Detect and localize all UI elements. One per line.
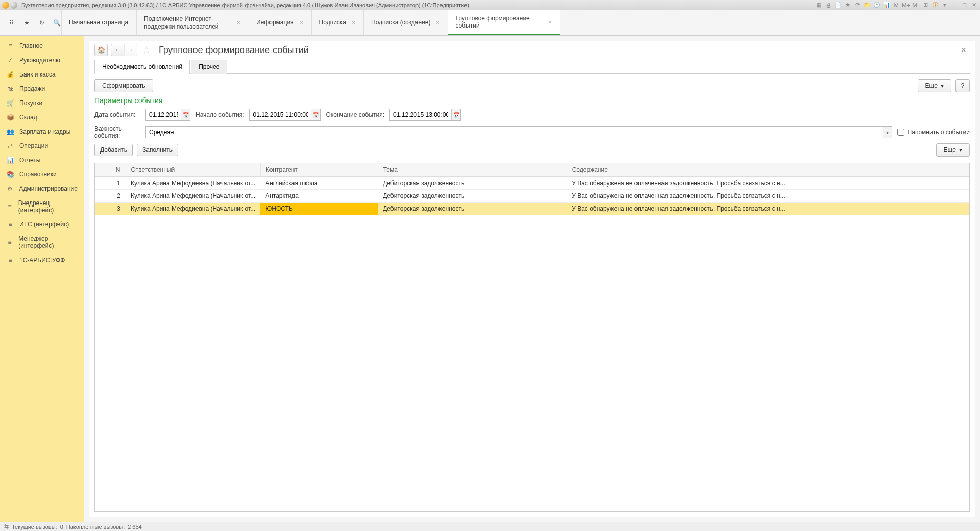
tab-close-icon[interactable]: ✕ — [548, 19, 552, 25]
end-field[interactable]: 📅 — [389, 109, 461, 121]
tb-icon-7[interactable]: 🕑 — [873, 1, 881, 9]
sidebar-item[interactable]: ≡Главное — [0, 39, 84, 53]
dropdown-icon[interactable] — [10, 2, 17, 9]
table-cell[interactable]: Английская школа — [260, 177, 378, 190]
end-input[interactable] — [390, 109, 451, 120]
start-field[interactable]: 📅 — [249, 109, 321, 121]
sidebar-item[interactable]: 👥Зарплата и кадры — [0, 124, 84, 139]
tb-icon-4[interactable]: ★ — [844, 1, 852, 9]
col-topic-header[interactable]: Тема — [378, 163, 567, 177]
maximize-icon[interactable]: ◻ — [960, 1, 968, 9]
table-cell[interactable]: У Вас обнаружена не оплаченная задолженн… — [567, 177, 969, 190]
help-button[interactable]: ? — [955, 79, 970, 92]
sidebar-item[interactable]: ≡1С-АРБИС:УФФ — [0, 253, 84, 267]
table-cell[interactable]: Кулика Арина Мефодиевна (Начальник от... — [126, 190, 260, 203]
apps-icon[interactable]: ⠿ — [7, 18, 16, 28]
history-icon[interactable]: ↻ — [37, 18, 46, 28]
dropdown-icon[interactable]: ▾ — [883, 127, 892, 138]
end-label: Окончание события: — [326, 111, 384, 118]
forward-button[interactable]: → — [124, 44, 137, 56]
more-button-1[interactable]: Еще▾ — [918, 79, 951, 92]
form-tab[interactable]: Необходимость обновлений — [94, 60, 190, 74]
event-date-field[interactable]: 📅 — [145, 109, 190, 121]
sidebar-item[interactable]: ≡Менеджер (интерфейс) — [0, 232, 84, 253]
window-icon[interactable]: ⊞ — [921, 1, 929, 9]
start-input[interactable] — [250, 109, 311, 120]
close-icon[interactable]: ✕ — [970, 1, 978, 9]
add-button[interactable]: Добавить — [94, 144, 133, 156]
col-contr-header[interactable]: Контрагент — [260, 163, 378, 177]
tb-icon-1[interactable]: ▦ — [815, 1, 823, 9]
table-cell[interactable]: 1 — [95, 177, 126, 190]
table-cell[interactable]: 3 — [95, 203, 126, 215]
table-cell[interactable]: Дебиторская задолженность — [378, 203, 567, 215]
document-tab[interactable]: Подключение Интернет-поддержки пользоват… — [137, 10, 249, 35]
document-tab[interactable]: Информация✕ — [249, 10, 311, 35]
sidebar-item[interactable]: 🛍Продажи — [0, 82, 84, 96]
sidebar-item[interactable]: ≡Внедренец (интерфейс) — [0, 196, 84, 217]
sidebar-item[interactable]: 📦Склад — [0, 110, 84, 124]
table-row[interactable]: 2Кулика Арина Мефодиевна (Начальник от..… — [95, 190, 969, 203]
event-date-input[interactable] — [146, 109, 181, 120]
sidebar-item[interactable]: 💰Банк и касса — [0, 67, 84, 82]
tb-icon-6[interactable]: 📁 — [863, 1, 871, 9]
table-cell[interactable]: У Вас обнаружена не оплаченная задолженн… — [567, 203, 969, 215]
home-button[interactable]: 🏠 — [94, 44, 108, 56]
page-header: 🏠 ← → ☆ Групповое формирование событий ✕ — [89, 41, 975, 59]
m-plus-icon[interactable]: M+ — [902, 1, 910, 9]
sidebar-item[interactable]: 📚Справочники — [0, 167, 84, 182]
tab-close-icon[interactable]: ✕ — [299, 20, 303, 26]
table-cell[interactable]: Кулика Арина Мефодиевна (Начальник от... — [126, 177, 260, 190]
remind-checkbox[interactable] — [897, 129, 904, 136]
table-cell[interactable]: 2 — [95, 190, 126, 203]
table-cell[interactable]: Антарктида — [260, 190, 378, 203]
tab-close-icon[interactable]: ✕ — [351, 20, 355, 26]
info-icon[interactable]: ⓘ — [931, 1, 939, 9]
form-tab[interactable]: Прочее — [191, 60, 227, 74]
table-row[interactable]: 1Кулика Арина Мефодиевна (Начальник от..… — [95, 177, 969, 190]
minimize-icon[interactable]: — — [950, 1, 959, 9]
table-row[interactable]: 3Кулика Арина Мефодиевна (Начальник от..… — [95, 203, 969, 215]
calendar-icon-3[interactable]: 📅 — [451, 109, 460, 120]
table-cell[interactable]: У Вас обнаружена не оплаченная задолженн… — [567, 190, 969, 203]
table-cell[interactable]: Кулика Арина Мефодиевна (Начальник от... — [126, 203, 260, 215]
importance-input[interactable] — [146, 127, 883, 138]
calendar-icon-2[interactable]: 📅 — [311, 109, 320, 120]
tb-icon-2[interactable]: 🖨 — [824, 1, 832, 9]
document-tab[interactable]: Подписка✕ — [312, 10, 364, 35]
fill-button[interactable]: Заполнить — [137, 144, 178, 156]
tb-icon-3[interactable]: 📄 — [834, 1, 842, 9]
tab-close-icon[interactable]: ✕ — [435, 20, 439, 26]
importance-field[interactable]: ▾ — [145, 126, 892, 138]
back-button[interactable]: ← — [111, 44, 124, 56]
more-button-2[interactable]: Еще▾ — [936, 143, 970, 157]
generate-button[interactable]: Сформировать — [94, 79, 153, 92]
table-cell[interactable]: Дебиторская задолженность — [378, 190, 567, 203]
star-icon[interactable]: ★ — [22, 18, 32, 28]
col-resp-header[interactable]: Ответственный — [126, 163, 260, 177]
document-tab[interactable]: Групповое формирование событий✕ — [448, 10, 560, 35]
sidebar-item[interactable]: 📊Отчеты — [0, 153, 84, 167]
sidebar-item[interactable]: ✓Руководителю — [0, 53, 84, 67]
col-content-header[interactable]: Содержание — [567, 163, 969, 177]
m-icon[interactable]: M — [892, 1, 900, 9]
favorite-icon[interactable]: ☆ — [142, 44, 151, 56]
page-close-icon[interactable]: ✕ — [958, 46, 970, 54]
sidebar-item[interactable]: ⚙Администрирование — [0, 182, 84, 196]
calendar-icon[interactable]: 📅 — [181, 109, 190, 120]
sidebar-item[interactable]: 🛒Покупки — [0, 96, 84, 110]
tab-close-icon[interactable]: ✕ — [236, 20, 240, 26]
document-tab[interactable]: Начальная страница — [61, 10, 137, 35]
m-minus-icon[interactable]: M- — [912, 1, 920, 9]
sidebar-item[interactable]: ⇄Операции — [0, 139, 84, 153]
table-cell[interactable]: ЮНОСТЬ — [260, 203, 378, 215]
tb-icon-8[interactable]: 📊 — [883, 1, 891, 9]
sidebar-item[interactable]: ≡ИТС (интерфейс) — [0, 217, 84, 232]
table-cell[interactable]: Дебиторская задолженность — [378, 177, 567, 190]
tb-icon-5[interactable]: ⟳ — [853, 1, 862, 9]
col-n-header[interactable]: N — [95, 163, 126, 177]
search-icon[interactable]: 🔍 — [53, 18, 62, 28]
top-toolbar: ⠿ ★ ↻ 🔍 Начальная страницаПодключение Ин… — [0, 10, 980, 36]
info-dropdown-icon[interactable]: ▾ — [941, 1, 949, 9]
document-tab[interactable]: Подписка (создание)✕ — [364, 10, 448, 35]
